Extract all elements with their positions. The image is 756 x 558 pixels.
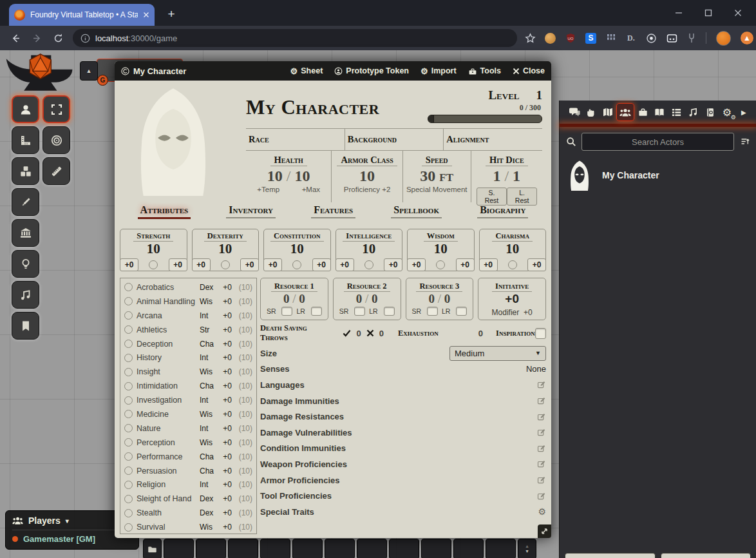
window-minimize-button[interactable] — [675, 9, 683, 17]
window-close-button[interactable] — [734, 9, 742, 17]
ability-check-mod[interactable]: +0 — [384, 258, 402, 271]
edit-icon[interactable] — [537, 492, 546, 501]
macro-slot[interactable] — [453, 539, 484, 558]
level-value[interactable]: 1 — [536, 88, 543, 102]
skill-row[interactable]: Intimidation Cha +0 (10) — [124, 379, 252, 393]
search-input[interactable] — [581, 133, 734, 151]
playlists-tab[interactable] — [685, 104, 702, 120]
resource-label[interactable]: Resource 1 — [271, 282, 317, 292]
skill-row[interactable]: Stealth Dex +0 (10) — [124, 506, 252, 520]
skill-proficiency-toggle[interactable] — [124, 325, 133, 334]
site-info-icon[interactable] — [80, 34, 90, 43]
ability-check-mod[interactable]: +0 — [240, 258, 259, 271]
window-titlebar[interactable]: My Character ⚙ Sheet Prototype Token ⚙ I… — [115, 61, 551, 81]
skill-row[interactable]: Religion Int +0 (10) — [124, 477, 252, 492]
skill-proficiency-toggle[interactable] — [124, 283, 133, 291]
macro-slot[interactable] — [228, 539, 258, 558]
background-field[interactable]: Background — [345, 129, 444, 150]
senses-value[interactable]: None — [526, 364, 546, 374]
actor-list-item[interactable]: My Character — [560, 156, 756, 195]
ability-proficiency-toggle[interactable] — [149, 260, 158, 269]
skill-row[interactable]: History Int +0 (10) — [124, 351, 252, 365]
sort-folders-icon[interactable] — [739, 137, 750, 147]
ac-value[interactable]: 10 — [332, 166, 402, 186]
tile-controls-button[interactable] — [12, 157, 39, 185]
initiative-label[interactable]: Initiative — [492, 282, 532, 292]
resource-values[interactable]: 0 / 0 — [334, 292, 401, 306]
tab-close-icon[interactable] — [143, 12, 149, 18]
edit-icon[interactable] — [537, 459, 546, 468]
resource-label[interactable]: Resource 3 — [416, 282, 462, 292]
ability-proficiency-toggle[interactable] — [292, 260, 301, 269]
skill-row[interactable]: Arcana Int +0 (10) — [124, 309, 252, 323]
speed-value[interactable]: 30 ft — [403, 166, 471, 186]
ability-save-mod[interactable]: +0 — [120, 258, 138, 271]
macro-slot[interactable] — [357, 539, 387, 558]
configure-special-traits-icon[interactable]: ⚙ — [538, 506, 546, 517]
grid-extension-icon[interactable] — [606, 33, 616, 43]
s-extension-icon[interactable]: S — [585, 33, 596, 44]
create-folder-button[interactable]: Create Folder — [661, 553, 751, 558]
browser-tab[interactable]: Foundry Virtual Tabletop • A Stan — [9, 4, 155, 26]
death-failure-icon[interactable] — [366, 329, 374, 337]
skill-proficiency-toggle[interactable] — [124, 438, 133, 447]
macro-slot[interactable] — [421, 539, 451, 558]
measure-distance-tool[interactable] — [43, 157, 70, 185]
long-rest-button[interactable]: L. Rest — [507, 188, 537, 206]
skill-proficiency-toggle[interactable] — [124, 354, 133, 362]
notes-controls-button[interactable] — [12, 312, 39, 340]
macro-page-control[interactable]: ▴▾ — [518, 539, 536, 558]
scenes-tab[interactable] — [600, 104, 616, 120]
tools-button[interactable]: Tools — [468, 66, 501, 75]
forward-button[interactable] — [32, 33, 43, 44]
ability-check-mod[interactable]: +0 — [456, 258, 475, 271]
wall-controls-button[interactable] — [12, 219, 39, 247]
resource-values[interactable]: 0 / 0 — [406, 292, 473, 306]
size-select[interactable]: Medium ▼ — [449, 346, 546, 361]
macro-slot[interactable] — [486, 539, 516, 558]
alignment-field[interactable]: Alignment — [444, 129, 542, 150]
skill-proficiency-toggle[interactable] — [124, 467, 133, 475]
ability-save-mod[interactable]: +0 — [335, 258, 354, 271]
ability-check-mod[interactable]: +0 — [527, 258, 546, 271]
death-failure-count[interactable]: 0 — [379, 329, 384, 338]
journal-tab[interactable] — [651, 104, 668, 120]
ability-save-mod[interactable]: +0 — [407, 258, 426, 271]
edit-icon[interactable] — [537, 476, 546, 485]
hp-tempmax-label[interactable]: +Max — [302, 186, 320, 193]
skill-row[interactable]: Survival Wis +0 (10) — [124, 520, 252, 534]
skill-proficiency-toggle[interactable] — [124, 297, 133, 305]
browser-update-icon[interactable]: ▲ — [741, 32, 753, 44]
close-window-button[interactable]: Close — [513, 66, 545, 75]
ability-proficiency-toggle[interactable] — [221, 260, 230, 269]
ability-block[interactable]: Wisdom 10 +0 +0 — [407, 229, 475, 271]
skill-row[interactable]: Acrobatics Dex +0 (10) — [124, 280, 252, 294]
macro-slot[interactable] — [260, 539, 290, 558]
character-name[interactable]: My Character — [246, 96, 428, 119]
ability-score[interactable]: 10 — [193, 242, 259, 256]
skill-proficiency-toggle[interactable] — [124, 452, 133, 461]
ability-proficiency-toggle[interactable] — [436, 260, 445, 269]
skill-row[interactable]: Medicine Wis +0 (10) — [124, 407, 252, 421]
chat-tab[interactable] — [566, 104, 583, 120]
bookmark-star-icon[interactable] — [525, 33, 536, 44]
back-button[interactable] — [10, 33, 21, 44]
skill-row[interactable]: Insight Wis +0 (10) — [124, 365, 252, 379]
hp-values[interactable]: 10 / 10 — [246, 166, 331, 186]
lr-checkbox[interactable] — [384, 307, 395, 316]
ability-score[interactable]: 10 — [408, 242, 474, 256]
sr-checkbox[interactable] — [427, 307, 438, 316]
skill-proficiency-toggle[interactable] — [124, 509, 133, 517]
ability-block[interactable]: Charisma 10 +0 +0 — [479, 229, 547, 271]
settings-tab[interactable]: ⚙⚙ — [719, 104, 735, 120]
macro-slot[interactable] — [292, 539, 323, 558]
skill-proficiency-toggle[interactable] — [124, 424, 133, 432]
race-field[interactable]: Race — [246, 129, 345, 150]
box-dots-extension-icon[interactable] — [666, 33, 677, 44]
url-bar[interactable]: localhost:30000/game — [73, 29, 517, 47]
token-controls-button[interactable] — [12, 95, 39, 123]
character-portrait[interactable] — [115, 81, 232, 200]
ability-save-mod[interactable]: +0 — [192, 258, 211, 271]
import-button[interactable]: ⚙ Import — [421, 66, 457, 75]
ability-proficiency-toggle[interactable] — [364, 260, 373, 269]
